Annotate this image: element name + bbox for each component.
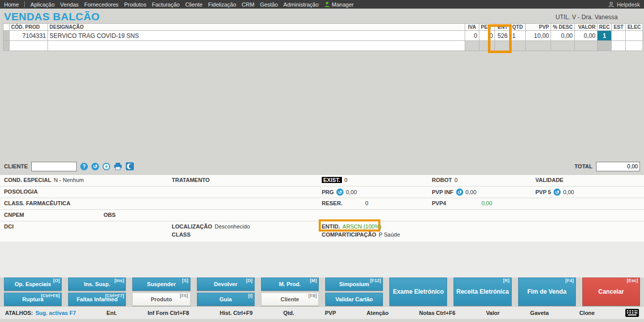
keyboard-icon[interactable] [625,309,639,317]
exame-eletronico-button[interactable]: Exame Eletrónico [389,278,447,306]
cancelar-button[interactable]: [Esc]Cancelar [582,278,640,306]
history-icon[interactable]: ↺ [91,163,99,170]
button-label: Guia [219,296,231,302]
row-selector[interactable] [4,31,10,41]
menu-produtos[interactable]: Produtos [124,2,146,8]
cell-desc[interactable]: 0,00 [551,31,575,41]
function-buttons: [O]Op. Especiais [Ins]Ins. Susp. [S]Susp… [0,278,644,306]
cell-empty[interactable] [10,41,48,51]
guia-button[interactable]: [I]Guia [197,293,255,306]
details-row-4: CNPEM OBS [0,210,644,221]
button-label: Suspender [147,281,176,287]
dci-label: DCI [4,223,14,229]
pvp-inf-history-icon[interactable]: ↺ [456,189,463,196]
cell-rec[interactable]: 1 [598,31,612,41]
button-label: Cancelar [599,288,624,295]
cell-empty[interactable] [575,41,598,51]
menu-gestao[interactable]: Gestão [260,2,278,8]
cell-qtd[interactable]: 1 [511,31,526,41]
row-selector[interactable] [4,41,10,51]
shortcut-label: [Ins] [114,278,124,283]
menu-fidelizacao[interactable]: Fidelização [208,2,236,8]
cell-iva[interactable]: 0 [465,31,479,41]
prg-history-icon[interactable]: ↺ [336,189,343,196]
cell-pvp[interactable]: 10,00 [526,31,551,41]
shortcut-valor: Valor [486,310,500,316]
cell-empty[interactable] [495,41,511,51]
op-especiais-button[interactable]: [O]Op. Especiais [4,278,62,291]
cell-per[interactable]: 0 [479,31,495,41]
cell-empty[interactable] [551,41,575,51]
cell-elec[interactable] [626,31,643,41]
shortcut-ent: Ent. [107,310,117,316]
validar-cartao-button[interactable]: Validar Cartão [325,293,383,306]
validade-label: VALIDADE [535,177,563,183]
client-bar: CLIENTE ? ↺ + TOTAL [0,160,644,173]
faltas-infarmed-button[interactable]: [Ctrl+F7]Faltas Infarmed [68,293,126,306]
cell-est[interactable] [612,31,626,41]
produto-button[interactable]: [F5]Produto [132,293,190,306]
night-mode-icon[interactable] [126,162,134,170]
posologia-label: POSOLOGIA [4,189,38,195]
cell-empty[interactable] [479,41,495,51]
class-farm-label: CLASS. FARMACÊUTICA [4,200,70,206]
manager-label: Manager [332,2,354,8]
ins-susp-button[interactable]: [Ins]Ins. Susp. [68,278,126,291]
button-label: Validar Cartão [335,296,373,302]
pvp4-label: PVP4 [432,200,446,206]
cell-empty[interactable] [526,41,551,51]
total-input[interactable] [596,162,640,171]
helpdesk-label: Helpdesk [617,2,640,8]
add-icon[interactable]: + [103,163,110,170]
devolver-button[interactable]: [D]Devolver [197,278,255,291]
menu-vendas[interactable]: Vendas [60,2,79,8]
help-icon[interactable]: ? [80,163,88,170]
m-prod-button[interactable]: [M]M. Prod. [261,278,319,291]
shortcut-label: [I] [248,293,253,298]
cell-empty[interactable] [612,41,626,51]
details-row-1: COND. ESPECIALN - Nenhum TRATAMENTO EXIS… [0,175,644,187]
cell-empty[interactable] [626,41,643,51]
shortcut-hist: Hist. Ctrl+F9 [220,310,253,316]
shortcut-notas: Notas Ctrl+F6 [419,310,456,316]
simposium-button[interactable]: [F12]Simposium [325,278,383,291]
menu-administracao[interactable]: Administração [283,2,319,8]
print-icon[interactable] [114,163,122,170]
pvp5-history-icon[interactable]: ↺ [554,189,561,196]
cell-empty[interactable] [48,41,465,51]
cell-valor[interactable]: 0,00 [575,31,598,41]
fim-de-venda-button[interactable]: [F4]Fim de Venda [518,278,576,306]
sug-activas-link[interactable]: Sug. activas F7 [35,310,76,316]
menu-crm[interactable]: CRM [242,2,255,8]
menu-aplicacao[interactable]: Aplicação [30,2,55,8]
cell-cod-prod[interactable]: 7104331 [10,31,48,41]
cell-empty[interactable] [598,41,612,51]
menu-manager[interactable]: Manager [324,2,354,8]
cell-designacao[interactable]: SERVICO TRAG COVID-19 SNS [48,31,465,41]
menu-facturacao[interactable]: Facturação [152,2,180,8]
cliente-input[interactable] [31,162,77,171]
menu-fornecedores[interactable]: Fornecedores [84,2,119,8]
cliente-button[interactable]: [F8]Cliente [261,293,319,306]
shortcut-clone: Clone [579,310,595,316]
helpdesk-button[interactable]: Helpdesk [608,2,640,8]
reser-value: 0 [365,200,368,206]
ruptura-button[interactable]: [Ctrl+F5]Ruptura [4,293,62,306]
sales-grid: CÓD. PROD DESIGNAÇÃO IVA PER ENT QTD PVP… [3,23,643,51]
cell-empty[interactable] [511,41,526,51]
cell-empty[interactable] [465,41,479,51]
col-est: EST [612,24,626,31]
button-label: Ins. Susp. [84,281,110,287]
entid-label: ENTID. [322,223,340,229]
atalhos-label: ATALHOS: [5,310,33,316]
menu-cliente[interactable]: Cliente [185,2,203,8]
cell-ent[interactable]: 526 [495,31,511,41]
total-label: TOTAL [574,163,592,169]
vendas-balcao-screen: Home Aplicação Vendas Fornecedores Produ… [0,0,644,322]
menu-home[interactable]: Home [4,2,19,8]
suspender-button[interactable]: [S]Suspender [132,278,190,291]
page-title: VENDAS BALCÃO [4,11,100,23]
obs-label: OBS [104,212,116,218]
receita-eletronica-button[interactable]: [R]Receita Eletrónica [454,278,511,306]
shortcut-atencao: Atenção [367,310,388,316]
